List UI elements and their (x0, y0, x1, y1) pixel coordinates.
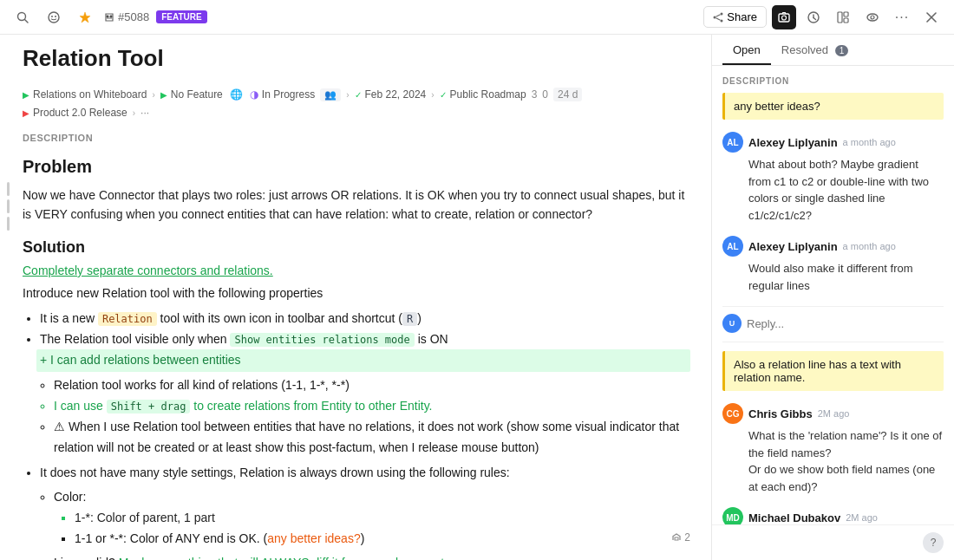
issue-reference: #5088 (104, 10, 149, 23)
svg-rect-17 (844, 12, 848, 16)
comment-3-time: 2M ago (818, 408, 850, 419)
meta-no-feature[interactable]: ▶ No Feature (160, 88, 223, 101)
content-area: Relation Tool ▶ Relations on Whiteboard … (16, 35, 711, 560)
introduce-text: Introduce new Relation tool with the fol… (23, 286, 690, 300)
handle-line (7, 217, 10, 231)
tab-open[interactable]: Open (722, 35, 771, 65)
meta-product-release[interactable]: ▶ Product 2.0 Release (23, 107, 127, 119)
panel-tabs: Open Resolved 1 (712, 35, 954, 66)
svg-line-10 (716, 17, 721, 20)
meta-relations[interactable]: ▶ Relations on Whiteboard (23, 88, 147, 101)
side-handle[interactable] (0, 35, 16, 560)
reply-input[interactable] (747, 317, 944, 330)
meta-count3: 24 d (553, 88, 582, 101)
sub-bullet-list-2: Color: (54, 487, 690, 508)
chevron-icon: › (152, 90, 154, 100)
svg-point-4 (55, 16, 56, 17)
tab-resolved[interactable]: Resolved 1 (771, 35, 859, 65)
svg-point-2 (49, 12, 59, 23)
more-meta-button[interactable]: ··· (140, 107, 149, 119)
search-button[interactable] (10, 5, 35, 29)
svg-point-20 (871, 16, 874, 19)
svg-line-9 (716, 14, 721, 16)
meta-date[interactable]: ✓ Feb 22, 2024 (355, 88, 427, 101)
r-key: R (402, 312, 417, 326)
svg-rect-16 (838, 12, 842, 23)
close-button[interactable] (919, 5, 944, 29)
color-sub-list: 1-*: Color of parent, 1 part 1-1 or *-*:… (75, 508, 690, 550)
reply-section: U (722, 306, 944, 333)
problem-heading: Problem (23, 157, 690, 177)
meta-count2: 0 (542, 88, 548, 101)
svg-rect-18 (844, 18, 848, 23)
more-button[interactable]: ··· (890, 5, 914, 29)
meta-in-progress[interactable]: ◑ In Progress (250, 88, 315, 101)
line-item: Line: solid? Maybe something that will A… (54, 553, 690, 560)
panel-divider (722, 342, 944, 342)
comment-2-author: Alexey Liplyanin (748, 240, 838, 253)
shift-drag-code: Shift + drag (107, 400, 191, 413)
bullet-item-1: It is a new Relation tool with its own i… (40, 309, 690, 329)
sub-item-3: ⚠ When I use Relation tool between entit… (54, 417, 690, 459)
description-section-label: DESCRIPTION (23, 133, 690, 143)
meta-roadmap[interactable]: ✓ Public Roadmap (440, 88, 526, 101)
comment-3: CG Chris Gibbs 2M ago What is the 'relat… (722, 403, 944, 495)
note-1: any better ideas? (722, 93, 944, 120)
comment-1-avatar: AL (722, 132, 743, 153)
clock-button[interactable] (801, 5, 826, 29)
page-title: Relation Tool (23, 45, 690, 72)
meta-in-progress-label: In Progress (262, 88, 315, 101)
view-button[interactable] (860, 5, 885, 29)
reply-bar: U (722, 314, 944, 333)
share-label: Share (727, 10, 757, 23)
color-sub-item-1: 1-*: Color of parent, 1 part (75, 508, 690, 529)
bullet-item-4: It does not have many style settings, Re… (40, 463, 690, 484)
comment-3-header: CG Chris Gibbs 2M ago (722, 403, 944, 424)
comment-4-header: MD Michael Dubakov 2M ago (722, 507, 944, 524)
issue-number: #5088 (118, 10, 149, 23)
relation-code: Relation (98, 312, 157, 326)
solution-link[interactable]: Completely separate connectors and relat… (23, 264, 690, 277)
sub-item-2: I can use Shift + drag to create relatio… (54, 396, 690, 417)
note-2-text: Also a relation line has a text with rel… (734, 358, 901, 384)
layout-button[interactable] (831, 5, 855, 29)
better-ideas-link[interactable]: any better ideas? (267, 531, 360, 545)
bullet-item-2: The Relation tool visible only when Show… (40, 329, 690, 350)
meta-row-1: ▶ Relations on Whiteboard › ▶ No Feature… (23, 88, 690, 101)
comment-3-text: What is the 'relation name'? Is it one o… (748, 427, 944, 495)
top-bar: #5088 FEATURE Share ··· (0, 0, 954, 35)
comment-2: AL Alexey Liplyanin a month ago Would al… (722, 236, 944, 294)
share-button[interactable]: Share (703, 6, 767, 28)
svg-line-1 (25, 19, 29, 23)
main-bullet-list: It is a new Relation tool with its own i… (40, 309, 690, 372)
main-area: Relation Tool ▶ Relations on Whiteboard … (0, 35, 954, 560)
star-button[interactable] (73, 5, 97, 29)
comment-2-time: a month ago (843, 241, 896, 251)
note-2: Also a relation line has a text with rel… (722, 351, 944, 391)
show-entities-code: Show entities relations mode (230, 333, 414, 347)
help-button[interactable]: ? (923, 532, 944, 553)
color-item: Color: (54, 487, 690, 508)
feature-badge: FEATURE (156, 10, 206, 23)
chevron4-icon: › (133, 108, 135, 118)
svg-point-3 (51, 16, 53, 17)
bullet-item-3: + I can add relations between entities (36, 349, 690, 372)
comment-1-author: Alexey Liplyanin (748, 136, 838, 149)
comment-count: 2 (684, 529, 690, 546)
camera-button[interactable] (772, 5, 796, 29)
top-bar-left: #5088 FEATURE (10, 5, 696, 29)
comment-4-avatar: MD (722, 507, 743, 524)
comment-1-time: a month ago (843, 137, 896, 147)
comment-4-author: Michael Dubakov (748, 511, 840, 524)
emoji-button[interactable] (42, 5, 66, 29)
panel-footer: ? (712, 524, 954, 560)
solution-link-text: Completely separate connectors and relat… (23, 264, 273, 277)
comment-2-avatar: AL (722, 236, 743, 257)
comment-2-header: AL Alexey Liplyanin a month ago (722, 236, 944, 257)
svg-point-7 (714, 16, 716, 18)
right-panel: Open Resolved 1 DESCRIPTION any better i… (711, 35, 954, 560)
meta-date-label: Feb 22, 2024 (365, 88, 427, 101)
top-bar-right: Share ··· (703, 5, 944, 29)
comment-1-header: AL Alexey Liplyanin a month ago (722, 132, 944, 153)
chevron2-icon: › (346, 90, 349, 100)
